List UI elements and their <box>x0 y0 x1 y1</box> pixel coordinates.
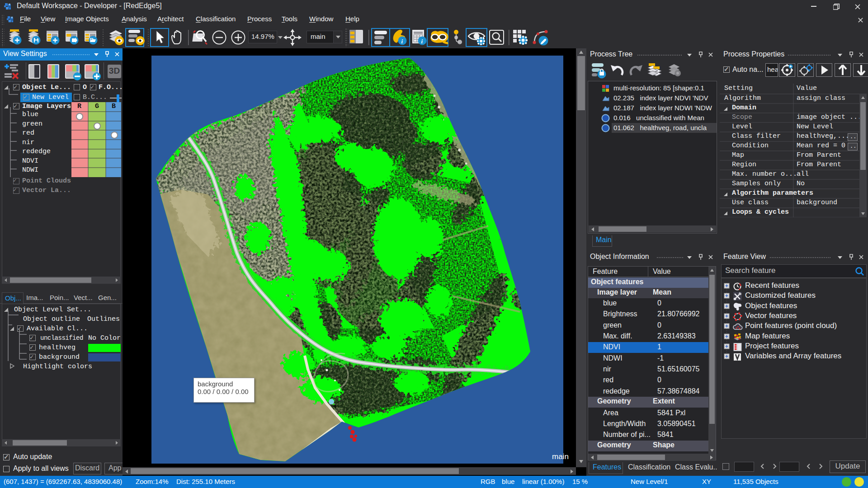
svg-text:i: i <box>421 38 423 45</box>
svg-text:i: i <box>401 38 403 45</box>
